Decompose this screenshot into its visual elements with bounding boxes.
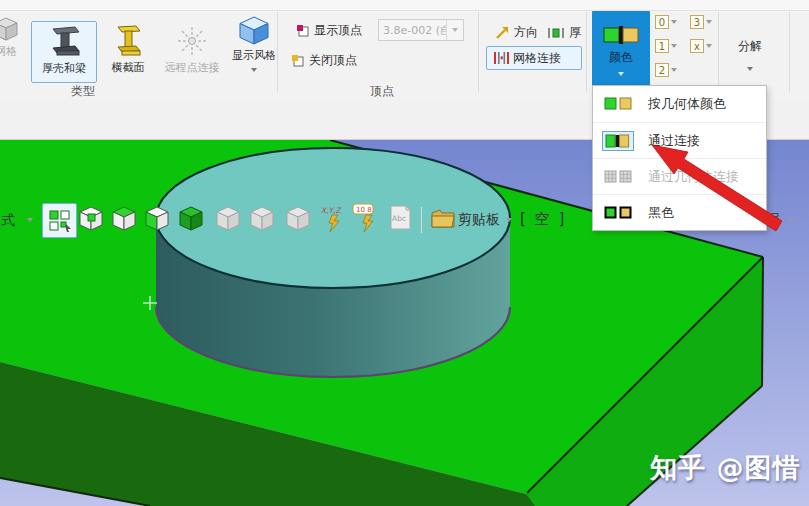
dashed-star-icon bbox=[175, 24, 209, 58]
combo-dropdown-button[interactable] bbox=[446, 20, 463, 40]
stepper-0[interactable]: 0 bbox=[655, 15, 677, 29]
menu-item-by-connection[interactable]: 通过连接 bbox=[593, 122, 766, 158]
id-badge-bolt-icon: 10 8 bbox=[352, 203, 382, 234]
stepper-x[interactable]: x bbox=[690, 39, 712, 53]
select-by-coordinates-button[interactable]: X,Y,Z bbox=[320, 204, 348, 234]
blue-cube-icon bbox=[237, 14, 271, 46]
id-badge-label: 10 8 bbox=[356, 206, 372, 214]
ribbon-item-mesh-connection[interactable]: 网格连接 bbox=[486, 46, 582, 70]
stepper-3[interactable]: 3 bbox=[690, 15, 712, 29]
menu-item-label: 通过几何体连接 bbox=[648, 168, 739, 186]
select-mode-icon bbox=[48, 209, 72, 233]
watermark: 知乎 @图惜 bbox=[650, 450, 800, 486]
menu-item-label: 黑色 bbox=[648, 204, 674, 222]
stepper-value: 2 bbox=[655, 63, 669, 77]
select-mode-button[interactable] bbox=[42, 203, 77, 238]
stepper-value: 0 bbox=[655, 15, 669, 29]
vertex-close-icon bbox=[291, 54, 305, 68]
mesh-cube-icon bbox=[0, 16, 19, 42]
gray-grid-swatch-icon bbox=[602, 167, 634, 187]
app-window: 网格 厚壳和梁 横截面 bbox=[0, 0, 809, 506]
green-tan-swatch-icon bbox=[602, 94, 634, 114]
menu-item-by-geometry-color[interactable]: 按几何体颜色 bbox=[593, 86, 766, 122]
ribbon-item-display-style[interactable]: 显示风格 bbox=[228, 14, 280, 72]
group-separator bbox=[718, 12, 719, 92]
menu-item-by-geometry-connection: 通过几何体连接 bbox=[593, 158, 766, 194]
ribbon-item-label: 方向 bbox=[514, 24, 538, 41]
cube-filter-disabled-button bbox=[248, 204, 276, 234]
group-separator bbox=[586, 12, 587, 92]
xyz-bolt-icon: X,Y,Z bbox=[320, 204, 348, 234]
menu-item-label: 通过连接 bbox=[648, 132, 700, 150]
annotation-disabled-button: Abc bbox=[388, 204, 414, 232]
ribbon-item-close-vertex[interactable]: 关闭顶点 bbox=[291, 52, 357, 69]
ribbon-item-label: 网格连接 bbox=[513, 50, 561, 67]
green-black-tan-swatch-icon-selected bbox=[602, 131, 634, 151]
cube-left-green-icon bbox=[143, 204, 171, 234]
cube-gray-icon bbox=[284, 204, 312, 234]
ribbon-item-cross-section[interactable]: 横截面 bbox=[100, 21, 156, 75]
cube-filter-all-button[interactable] bbox=[177, 204, 205, 234]
gold-ibeam-icon bbox=[113, 24, 143, 58]
ribbon-item-label: 横截面 bbox=[112, 60, 145, 75]
vertex-size-combobox[interactable]: 3.8e-002 (自 bbox=[378, 19, 464, 41]
color-dropdown-button[interactable]: 颜色 bbox=[592, 11, 650, 87]
chevron-down-icon[interactable] bbox=[251, 68, 257, 72]
stepper-1[interactable]: 1 bbox=[655, 39, 677, 53]
cube-filter-top-button[interactable] bbox=[110, 204, 138, 234]
ribbon-item-thickness[interactable]: 厚 bbox=[547, 24, 581, 41]
group-label-vertex: 顶点 bbox=[362, 83, 402, 100]
thickness-bars-icon bbox=[547, 26, 565, 40]
group-separator bbox=[478, 12, 479, 92]
tan-folder-icon bbox=[430, 206, 456, 231]
clipboard-label[interactable]: 剪贴板 bbox=[458, 211, 500, 229]
ribbon-top-strip bbox=[0, 0, 809, 11]
ribbon-item-label: 网格 bbox=[0, 44, 17, 59]
chevron-down-icon[interactable] bbox=[788, 218, 794, 222]
vertex-size-value: 3.8e-002 (自 bbox=[379, 23, 446, 38]
ribbon-item-thick-shell-beam[interactable]: 厚壳和梁 bbox=[31, 21, 97, 83]
ribbon-item-show-vertex[interactable]: 显示顶点 bbox=[296, 22, 362, 39]
chevron-down-icon[interactable] bbox=[27, 218, 33, 222]
cube-top-green-icon bbox=[110, 204, 138, 234]
clipboard-empty-status: [ 空 ] bbox=[520, 210, 566, 229]
cube-gray-icon bbox=[214, 204, 242, 234]
ribbon-item-mesh-partial: 网格 bbox=[0, 16, 28, 59]
mode-label: 模式 bbox=[0, 212, 15, 228]
ribbon-item-remote-point: 远程点连接 bbox=[158, 21, 226, 75]
ribbon-item-label: 分解 bbox=[738, 38, 762, 55]
cube-filter-left-button[interactable] bbox=[143, 204, 171, 234]
menu-item-black[interactable]: 黑色 bbox=[593, 194, 766, 230]
color-dropdown-menu: 按几何体颜色 通过连接 通过几何体连接 bbox=[592, 85, 767, 231]
stepper-2[interactable]: 2 bbox=[655, 63, 677, 77]
ribbon-item-label: 厚 bbox=[569, 24, 581, 41]
cube-filter-corner-button[interactable] bbox=[77, 204, 105, 234]
ribbon-item-label: 远程点连接 bbox=[165, 60, 220, 75]
chevron-down-icon[interactable] bbox=[747, 67, 753, 71]
cube-filter-disabled-button bbox=[214, 204, 242, 234]
group-label-type: 类型 bbox=[63, 83, 103, 100]
abc-sheet-icon: Abc bbox=[388, 204, 414, 232]
dark-ibeam-icon bbox=[46, 25, 82, 59]
stepper-value: 1 bbox=[655, 39, 669, 53]
ribbon-item-label: 显示顶点 bbox=[314, 22, 362, 39]
mode-dropdown[interactable]: 模式 bbox=[0, 212, 15, 230]
ribbon-item-label: 关闭顶点 bbox=[309, 52, 357, 69]
vertex-show-icon bbox=[296, 24, 310, 38]
stepper-value: x bbox=[690, 39, 704, 53]
ribbon-item-label: 厚壳和梁 bbox=[42, 61, 86, 76]
clipboard-button[interactable] bbox=[430, 206, 456, 231]
abc-label: Abc bbox=[392, 214, 406, 223]
red-bars-icon bbox=[493, 51, 509, 65]
cube-corner-green-icon bbox=[77, 204, 105, 234]
ribbon-item-decompose[interactable]: 分解 bbox=[722, 36, 778, 71]
chevron-down-icon bbox=[618, 72, 624, 76]
xyz-label: X,Y,Z bbox=[321, 206, 342, 215]
toolbar-separator bbox=[421, 207, 422, 233]
cube-all-green-icon bbox=[177, 204, 205, 234]
chevron-down-icon[interactable] bbox=[506, 218, 512, 222]
color-button-label: 颜色 bbox=[609, 49, 633, 66]
gold-arrow-icon bbox=[494, 25, 510, 41]
ribbon-item-direction[interactable]: 方向 bbox=[494, 24, 538, 41]
select-by-id-button[interactable]: 10 8 bbox=[352, 203, 382, 234]
